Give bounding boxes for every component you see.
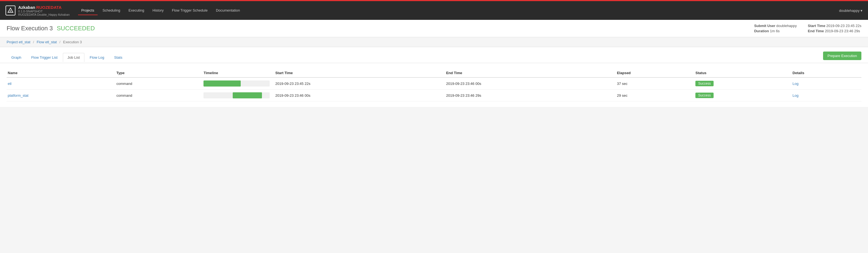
tab-stats[interactable]: Stats	[110, 53, 127, 62]
status-badge: Success	[695, 93, 713, 98]
timeline-bar	[204, 81, 241, 87]
breadcrumb-sep-1: /	[33, 40, 34, 44]
nav-links: Projects Scheduling Executing History Fl…	[78, 6, 839, 15]
header: A Azkaban RUOZEDATA 0.1.0-SNAPSHOT RUOZE…	[0, 1, 868, 20]
bc-flow: etl_stat	[45, 40, 57, 44]
cell-start-time: 2019-09-23 23:45 22s	[274, 77, 445, 90]
table-container: Name Type Timeline Start Time End Time E…	[0, 63, 868, 107]
duration-label: Duration	[754, 29, 769, 33]
app-name: Azkaban RUOZEDATA	[18, 5, 70, 10]
cell-name: platform_stat	[7, 90, 115, 101]
nav-scheduling[interactable]: Scheduling	[99, 6, 124, 15]
tab-graph[interactable]: Graph	[7, 53, 26, 62]
log-link[interactable]: Log	[793, 93, 799, 98]
flow-meta: Submit User doublehappy Duration 1m 6s S…	[754, 24, 861, 33]
submit-user-value: doublehappy	[776, 24, 797, 28]
cell-end-time: 2019-09-23 23:46 29s	[445, 90, 616, 101]
log-link[interactable]: Log	[793, 82, 799, 86]
breadcrumb-execution: Execution 3	[63, 40, 82, 44]
cell-status: Success	[694, 77, 792, 90]
col-details: Details	[792, 69, 861, 77]
cell-details: Log	[792, 90, 861, 101]
prepare-execution-button[interactable]: Prepare Execution	[823, 52, 861, 60]
submit-user-label: Submit User	[754, 24, 775, 28]
flow-execution-title: Flow Execution 3 SUCCEEDED	[7, 25, 95, 32]
cell-end-time: 2019-09-23 23:46 00s	[445, 77, 616, 90]
breadcrumb-flow-label: Flow	[37, 40, 44, 44]
job-list-table: Name Type Timeline Start Time End Time E…	[7, 69, 861, 101]
logo-area: A Azkaban RUOZEDATA 0.1.0-SNAPSHOT RUOZE…	[5, 5, 70, 16]
sub-header: Flow Execution 3 SUCCEEDED Submit User d…	[0, 20, 868, 37]
cell-timeline	[203, 90, 274, 101]
col-type: Type	[115, 69, 203, 77]
timeline-bar	[233, 92, 262, 98]
job-name-link[interactable]: platform_stat	[8, 93, 28, 98]
cell-details: Log	[792, 77, 861, 90]
col-name: Name	[7, 69, 115, 77]
col-elapsed: Elapsed	[616, 69, 694, 77]
tab-job-list[interactable]: Job List	[63, 53, 85, 62]
cell-elapsed: 29 sec	[616, 90, 694, 101]
col-end-time: End Time	[445, 69, 616, 77]
cell-status: Success	[694, 90, 792, 101]
cell-elapsed: 37 sec	[616, 77, 694, 90]
end-time-label: End Time	[808, 29, 824, 33]
table-header-row: Name Type Timeline Start Time End Time E…	[7, 69, 861, 77]
flow-title-text: Flow Execution 3	[7, 25, 53, 32]
start-time-value: 2019-09-23 23:45 22s	[826, 24, 861, 28]
svg-text:A: A	[10, 10, 11, 12]
end-time-value: 2019-09-23 23:46 29s	[825, 29, 860, 33]
brand-name: RUOZEDATA	[36, 5, 61, 10]
col-start-time: Start Time	[274, 69, 445, 77]
table-row: platform_statcommand2019-09-23 23:46 00s…	[7, 90, 861, 101]
cell-start-time: 2019-09-23 23:46 00s	[274, 90, 445, 101]
nav-history[interactable]: History	[149, 6, 167, 15]
logo-text: Azkaban RUOZEDATA 0.1.0-SNAPSHOT RUOZEDA…	[18, 5, 70, 16]
azkaban-logo-icon: A	[5, 5, 16, 15]
table-row: etlcommand2019-09-23 23:45 22s2019-09-23…	[7, 77, 861, 90]
meta-submit-user: Submit User doublehappy Duration 1m 6s	[754, 24, 797, 33]
flow-status-succeeded: SUCCEEDED	[57, 25, 95, 32]
version-label: 0.1.0-SNAPSHOT	[18, 10, 70, 13]
tab-flow-log[interactable]: Flow Log	[85, 53, 109, 62]
breadcrumb-flow-link[interactable]: Flow etl_stat	[37, 40, 58, 44]
cell-name: etl	[7, 77, 115, 90]
col-timeline: Timeline	[203, 69, 274, 77]
nav-flow-trigger-schedule[interactable]: Flow Trigger Schedule	[169, 6, 211, 15]
duration-value: 1m 6s	[770, 29, 779, 33]
cell-type: command	[115, 90, 203, 101]
job-name-link[interactable]: etl	[8, 82, 11, 86]
breadcrumb-project-link[interactable]: Project etl_stat	[7, 40, 31, 44]
start-time-label: Start Time	[808, 24, 825, 28]
nav-projects[interactable]: Projects	[78, 6, 98, 15]
breadcrumb: Project etl_stat / Flow etl_stat / Execu…	[0, 37, 868, 47]
subtitle-label: RUOZEDATA Double_Happy Azkaban	[18, 13, 70, 16]
breadcrumb-project-label: Project	[7, 40, 18, 44]
user-menu[interactable]: doublehappy ▾	[839, 8, 863, 13]
tab-flow-trigger-list[interactable]: Flow Trigger List	[27, 53, 62, 62]
tabs: Graph Flow Trigger List Job List Flow Lo…	[7, 53, 128, 62]
col-status: Status	[694, 69, 792, 77]
status-badge: Success	[695, 81, 713, 86]
nav-executing[interactable]: Executing	[125, 6, 148, 15]
breadcrumb-sep-2: /	[60, 40, 61, 44]
cell-timeline	[203, 77, 274, 90]
tabs-container: Graph Flow Trigger List Job List Flow Lo…	[0, 47, 868, 63]
meta-times: Start Time 2019-09-23 23:45 22s End Time…	[808, 24, 861, 33]
cell-type: command	[115, 77, 203, 90]
bc-project: etl_stat	[19, 40, 30, 44]
nav-documentation[interactable]: Documentation	[213, 6, 243, 15]
